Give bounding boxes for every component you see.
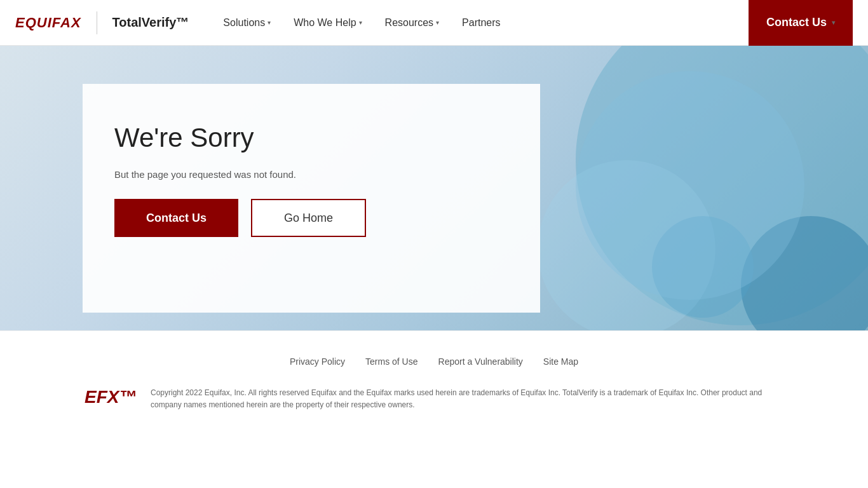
chevron-down-icon: ▾ (359, 19, 362, 26)
equifax-logo[interactable]: EQUIFAX (15, 15, 81, 31)
site-footer: Privacy Policy Terms of Use Report a Vul… (0, 330, 868, 437)
footer-copyright: Copyright 2022 Equifax, Inc. All rights … (151, 387, 783, 411)
footer-links: Privacy Policy Terms of Use Report a Vul… (15, 356, 853, 367)
nav-solutions[interactable]: Solutions ▾ (214, 12, 280, 34)
error-contact-us-button[interactable]: Contact Us (114, 199, 238, 237)
equifax-wordmark: EQUIFAX (15, 15, 81, 31)
error-subtitle: But the page you requested was not found… (114, 169, 508, 180)
totalverify-wordmark: TotalVerify™ (112, 15, 189, 30)
efx-logo: EFX™ (85, 387, 135, 407)
error-card: We're Sorry But the page you requested w… (83, 84, 540, 313)
header-contact-us-button[interactable]: Contact Us ▾ (749, 0, 853, 46)
footer-site-map[interactable]: Site Map (543, 356, 578, 367)
site-header: EQUIFAX TotalVerify™ Solutions ▾ Who We … (0, 0, 868, 46)
nav-resources[interactable]: Resources ▾ (376, 12, 448, 34)
footer-terms-of-use[interactable]: Terms of Use (365, 356, 417, 367)
decorative-circle-3 (652, 216, 754, 318)
decorative-circle-2 (741, 216, 868, 330)
chevron-down-icon: ▾ (268, 19, 271, 26)
nav-partners[interactable]: Partners (453, 12, 509, 34)
hero-section: We're Sorry But the page you requested w… (0, 46, 868, 330)
nav-who-we-help[interactable]: Who We Help ▾ (285, 12, 370, 34)
error-title: We're Sorry (114, 122, 508, 154)
logo-area: EQUIFAX TotalVerify™ (15, 11, 189, 34)
main-nav: Solutions ▾ Who We Help ▾ Resources ▾ Pa… (214, 12, 749, 34)
footer-bottom: EFX™ Copyright 2022 Equifax, Inc. All ri… (85, 387, 783, 411)
footer-privacy-policy[interactable]: Privacy Policy (290, 356, 345, 367)
chevron-down-icon: ▾ (832, 19, 835, 26)
logo-divider (97, 11, 97, 34)
chevron-down-icon: ▾ (436, 19, 439, 26)
error-go-home-button[interactable]: Go Home (251, 199, 366, 237)
footer-report-vulnerability[interactable]: Report a Vulnerability (438, 356, 523, 367)
error-buttons: Contact Us Go Home (114, 199, 508, 237)
